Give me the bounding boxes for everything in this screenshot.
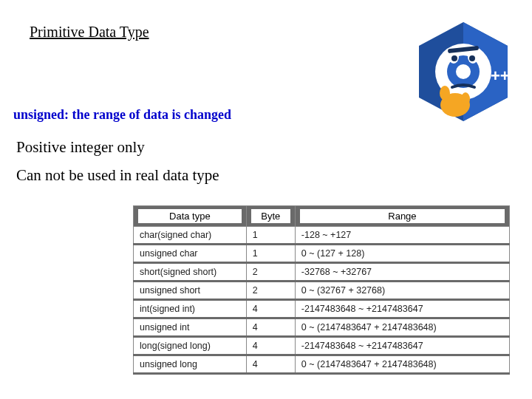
cell-range: 0 ~ (2147483647 + 2147483648) <box>295 318 509 337</box>
cell-type: unsigned int <box>134 318 247 337</box>
cell-type: unsigned short <box>134 282 247 300</box>
table-row: unsigned short 2 0 ~ (32767 + 32768) <box>134 282 510 300</box>
cell-type: unsigned char <box>134 245 247 263</box>
cell-byte: 4 <box>246 318 295 337</box>
svg-point-4 <box>456 64 471 79</box>
cell-byte: 4 <box>246 300 295 318</box>
header-datatype: Data type <box>134 206 247 227</box>
svg-point-8 <box>469 55 475 61</box>
table-header-row: Data type Byte Range <box>134 206 510 227</box>
table-row: char(signed char) 1 -128 ~ +127 <box>134 227 510 245</box>
cell-type: int(signed int) <box>134 300 247 318</box>
cell-type: unsigned long <box>134 355 247 374</box>
table-row: int(signed int) 4 -2147483648 ~ +2147483… <box>134 300 510 318</box>
table-body: char(signed char) 1 -128 ~ +127 unsigned… <box>134 227 510 374</box>
svg-text:++: ++ <box>491 66 510 85</box>
note-line: Can not be used in real data type <box>16 163 219 188</box>
cpp-thinking-icon: ++ <box>408 16 519 127</box>
cell-range: -32768 ~ +32767 <box>295 263 509 282</box>
unsigned-heading: unsigned: the range of data is changed <box>13 107 231 123</box>
cell-type: short(signed short) <box>134 263 247 282</box>
cell-byte: 4 <box>246 337 295 355</box>
cell-type: long(signed long) <box>134 337 247 355</box>
cell-byte: 2 <box>246 263 295 282</box>
cell-range: 0 ~ (32767 + 32768) <box>295 282 509 300</box>
cell-byte: 1 <box>246 227 295 245</box>
cpp-logo: ++ <box>408 16 519 127</box>
page-title: Primitive Data Type <box>30 24 149 41</box>
table-row: short(signed short) 2 -32768 ~ +32767 <box>134 263 510 282</box>
cell-range: 0 ~ (2147483647 + 2147483648) <box>295 355 509 374</box>
cell-range: -128 ~ +127 <box>295 227 509 245</box>
header-range: Range <box>295 206 509 227</box>
header-byte: Byte <box>246 206 295 227</box>
cell-byte: 4 <box>246 355 295 374</box>
note-line: Positive integer only <box>16 135 219 160</box>
svg-point-7 <box>451 55 457 61</box>
cell-type: char(signed char) <box>134 227 247 245</box>
table-row: unsigned long 4 0 ~ (2147483647 + 214748… <box>134 355 510 374</box>
notes-block: Positive integer only Can not be used in… <box>16 135 219 191</box>
datatype-table: Data type Byte Range char(signed char) 1… <box>133 205 510 375</box>
cell-range: 0 ~ (127 + 128) <box>295 245 509 263</box>
cell-range: -2147483648 ~ +2147483647 <box>295 300 509 318</box>
table-row: unsigned char 1 0 ~ (127 + 128) <box>134 245 510 263</box>
table-row: unsigned int 4 0 ~ (2147483647 + 2147483… <box>134 318 510 337</box>
cell-byte: 2 <box>246 282 295 300</box>
table-row: long(signed long) 4 -2147483648 ~ +21474… <box>134 337 510 355</box>
cell-byte: 1 <box>246 245 295 263</box>
svg-point-12 <box>440 86 450 100</box>
cell-range: -2147483648 ~ +2147483647 <box>295 337 509 355</box>
svg-point-13 <box>461 92 470 106</box>
